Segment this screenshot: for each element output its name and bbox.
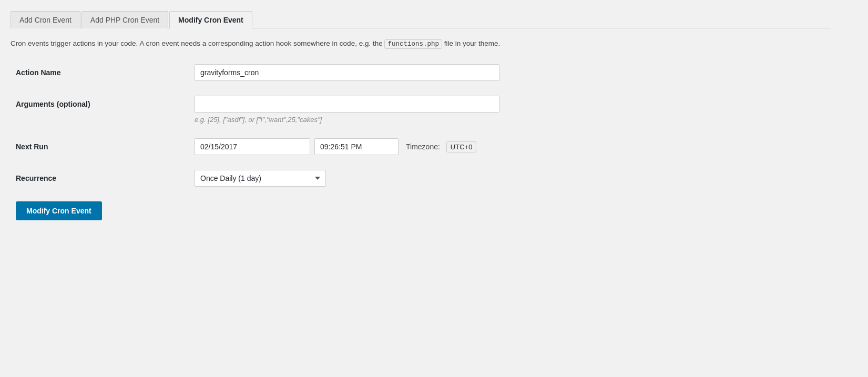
arguments-hint: e.g. [25], ["asdf"], or ["i","want",25,"… — [195, 116, 499, 124]
recurrence-row: Recurrence Once Daily (1 day)Twice Daily… — [16, 170, 825, 187]
next-run-label: Next Run — [16, 138, 195, 151]
tab-add-php-cron-event[interactable]: Add PHP Cron Event — [81, 11, 168, 28]
form-container: Action Name Arguments (optional) e.g. [2… — [11, 64, 831, 220]
arguments-field-group: e.g. [25], ["asdf"], or ["i","want",25,"… — [195, 96, 499, 124]
recurrence-label: Recurrence — [16, 170, 195, 182]
tab-add-cron-event[interactable]: Add Cron Event — [11, 11, 80, 28]
arguments-label: Arguments (optional) — [16, 96, 195, 108]
tab-add-cron-event-label: Add Cron Event — [19, 16, 72, 24]
next-run-fields: Timezone: UTC+0 — [195, 138, 476, 155]
modify-cron-event-button[interactable]: Modify Cron Event — [16, 201, 102, 220]
description-code: functions.php — [384, 39, 442, 49]
action-name-label: Action Name — [16, 64, 195, 77]
tab-add-php-cron-event-label: Add PHP Cron Event — [90, 16, 159, 24]
description-text-before: Cron events trigger actions in your code… — [11, 39, 384, 47]
tabs-container: Add Cron Event Add PHP Cron Event Modify… — [11, 11, 831, 28]
submit-section: Modify Cron Event — [16, 201, 825, 220]
recurrence-select[interactable]: Once Daily (1 day)Twice Daily (12 hours)… — [195, 170, 326, 187]
action-name-field-group — [195, 64, 499, 81]
recurrence-field-group: Once Daily (1 day)Twice Daily (12 hours)… — [195, 170, 326, 187]
page-description: Cron events trigger actions in your code… — [11, 38, 831, 49]
timezone-badge: UTC+0 — [446, 141, 477, 152]
arguments-input[interactable] — [195, 96, 499, 113]
next-run-date-input[interactable] — [195, 138, 310, 155]
arguments-row: Arguments (optional) e.g. [25], ["asdf"]… — [16, 96, 825, 124]
modify-cron-event-button-label: Modify Cron Event — [26, 207, 91, 215]
action-name-row: Action Name — [16, 64, 825, 81]
tab-modify-cron-event-label: Modify Cron Event — [178, 16, 243, 24]
action-name-input[interactable] — [195, 64, 499, 81]
description-text-after: file in your theme. — [442, 39, 500, 47]
tab-modify-cron-event[interactable]: Modify Cron Event — [169, 11, 252, 28]
next-run-row: Next Run Timezone: UTC+0 — [16, 138, 825, 155]
next-run-time-input[interactable] — [314, 138, 399, 155]
timezone-label: Timezone: — [406, 142, 440, 151]
page-container: Add Cron Event Add PHP Cron Event Modify… — [0, 0, 841, 241]
